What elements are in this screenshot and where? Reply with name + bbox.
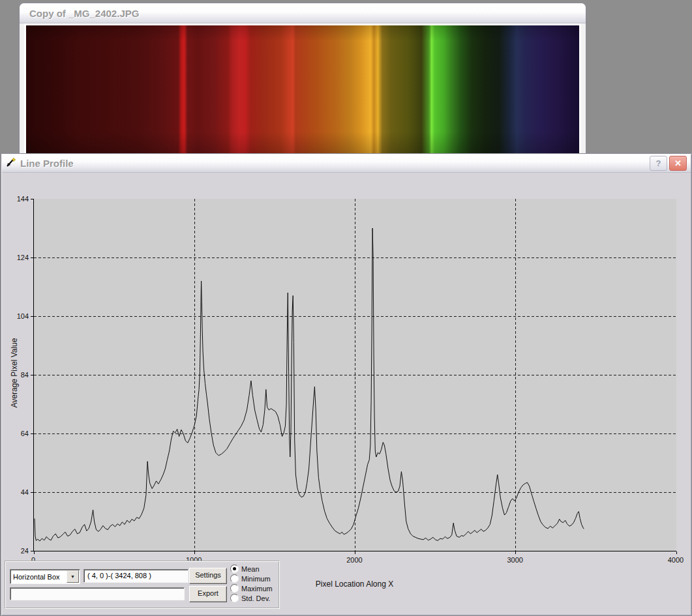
line-profile-titlebar[interactable]: Line Profile ? ✕ [2,154,691,173]
radio-label: Maximum [241,585,273,593]
statistic-radio-group: MeanMinimumMaximumStd. Dev. [230,564,273,603]
y-tick-label: 44 [8,488,29,496]
radio-circle-icon[interactable] [230,565,239,573]
spectrum-window-titlebar[interactable]: Copy of _MG_2402.JPG [20,3,586,23]
y-axis-title: Average Pixel Value [10,295,19,451]
close-button[interactable]: ✕ [669,156,687,171]
radio-circle-icon[interactable] [230,574,239,583]
spectrum-photo[interactable] [26,25,579,155]
y-tick-label: 124 [8,254,29,261]
y-tick-label: 24 [8,547,29,555]
export-button[interactable]: Export [189,586,227,602]
coordinates-field[interactable]: ( 4, 0 )-( 3424, 808 ) [83,569,188,583]
profile-curve-svg [34,199,676,551]
radio-maximum[interactable]: Maximum [230,583,273,593]
help-button[interactable]: ? [650,156,667,171]
spectrum-image-window: Copy of _MG_2402.JPG [20,3,586,153]
profile-type-value: Horizontal Box [10,573,67,581]
radio-label: Minimum [241,575,271,583]
line-profile-title: Line Profile [20,158,74,169]
plot-area[interactable] [33,199,676,551]
profile-type-dropdown[interactable]: Horizontal Box ▼ [10,569,80,584]
radio-label: Std. Dev. [241,594,270,602]
radio-minimum[interactable]: Minimum [230,574,273,583]
y-tick-label: 144 [8,195,29,203]
radio-label: Mean [241,565,260,573]
line-profile-window: Line Profile ? ✕ 24446484104124144 01000… [1,153,692,616]
radio-std-dev[interactable]: Std. Dev. [230,593,273,603]
close-icon: ✕ [674,158,682,168]
x-tick-label: 4000 [661,556,690,564]
radio-circle-icon[interactable] [230,584,239,593]
dropdown-arrow-icon[interactable]: ▼ [67,570,79,583]
spectrum-vignette [26,25,579,155]
spectrum-frame [24,23,581,153]
radio-mean[interactable]: Mean [230,564,273,574]
profile-control-panel: Horizontal Box ▼ ( 4, 0 )-( 3424, 808 ) … [5,561,280,609]
spectrum-window-title: Copy of _MG_2402.JPG [29,8,139,19]
x-tick-label: 3000 [501,556,530,564]
x-tick-label: 2000 [340,556,369,564]
radio-circle-icon[interactable] [230,594,239,602]
secondary-field[interactable] [10,587,185,600]
settings-button[interactable]: Settings [189,568,227,584]
line-profile-chart: 24446484104124144 01000200030004000 Aver… [3,173,690,561]
line-profile-tool-icon [6,157,16,170]
